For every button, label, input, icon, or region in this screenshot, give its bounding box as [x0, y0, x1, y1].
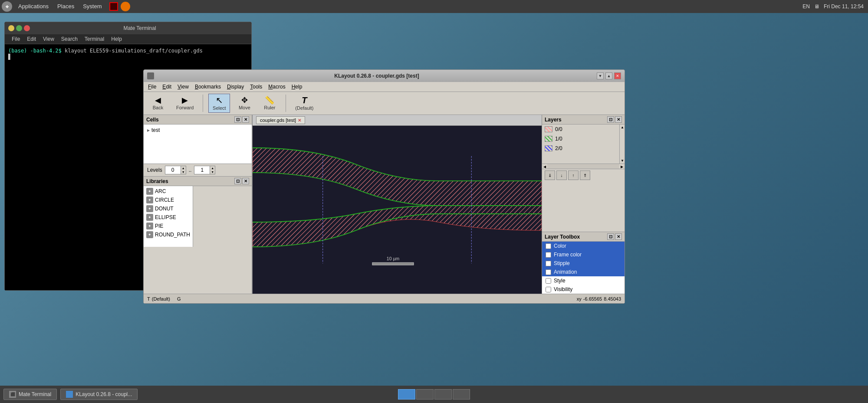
spinbox-up[interactable]: ▲: [181, 166, 186, 170]
cells-expand-btn[interactable]: ⊡: [234, 116, 241, 123]
layers-hscroll-right[interactable]: ▶: [619, 164, 625, 169]
cells-close-btn[interactable]: ✕: [242, 116, 249, 123]
klayout-bookmarks-menu[interactable]: Bookmarks: [192, 83, 224, 91]
klayout-close-btn[interactable]: ✕: [614, 72, 621, 79]
toolbox-animation-checkbox[interactable]: [546, 269, 551, 275]
lib-donut[interactable]: ✦ DONUT: [145, 204, 192, 213]
layer-arrow-up[interactable]: ↑: [568, 170, 579, 180]
terminal-search-menu[interactable]: Search: [58, 35, 81, 43]
lib-arc[interactable]: ✦ ARC: [145, 187, 192, 196]
lib-round-path[interactable]: ✦ ROUND_PATH: [145, 230, 192, 239]
ruler-button[interactable]: 📏 Ruler: [259, 94, 280, 112]
klayout-help-menu[interactable]: Help: [289, 83, 305, 91]
taskbar-klayout-btn[interactable]: KLayout 0.26.8 - coupl...: [60, 389, 138, 400]
layers-scrollbar[interactable]: ▲ ▼: [619, 125, 625, 164]
libraries-close-btn[interactable]: ✕: [242, 178, 249, 184]
layers-scroll-down[interactable]: ▼: [620, 158, 625, 164]
taskbar-menu: Applications Places System: [14, 0, 106, 13]
text-icon: T: [302, 96, 307, 105]
pager-2[interactable]: [416, 389, 434, 400]
klayout-display-menu[interactable]: Display: [224, 83, 247, 91]
toolbox-color[interactable]: Color: [542, 242, 625, 250]
taskbar-bottom: ⬛ Mate Terminal KLayout 0.26.8 - coupl..…: [0, 386, 868, 403]
toolbox-stipple-checkbox[interactable]: [546, 261, 551, 266]
layer-1-0[interactable]: 1/0: [542, 134, 619, 144]
layer-arrow-down-full[interactable]: ⇓: [545, 170, 555, 180]
layers-scroll-up[interactable]: ▲: [620, 125, 625, 130]
terminal-maximize-btn[interactable]: [16, 25, 22, 31]
status-mode-value: (Default): [152, 296, 170, 301]
back-button[interactable]: ◀ Back: [147, 94, 169, 112]
spinbox-up-2[interactable]: ▲: [210, 166, 215, 170]
pager-3[interactable]: [434, 389, 452, 400]
levels-to-input[interactable]: [194, 167, 210, 173]
toolbox-frame-color-checkbox[interactable]: [546, 252, 551, 258]
canvas-tab-item[interactable]: coupler.gds [test] ✕: [256, 116, 305, 124]
toolbox-visibility[interactable]: Visibility: [542, 285, 625, 294]
default-button[interactable]: T (Default): [291, 94, 317, 113]
select-button[interactable]: ↖ Select: [208, 94, 230, 113]
layers-expand-btn[interactable]: ⊡: [607, 116, 614, 123]
applications-menu[interactable]: Applications: [14, 0, 53, 13]
canvas-tab-close-btn[interactable]: ✕: [298, 118, 301, 123]
pager-4[interactable]: [453, 389, 470, 400]
toolbox-animation[interactable]: Animation: [542, 268, 625, 276]
layer-arrow-up-full[interactable]: ⇑: [580, 170, 590, 180]
scale-text: 10 µm: [387, 256, 400, 261]
lib-scrollbar[interactable]: [193, 186, 198, 247]
layer-toolbox-expand-btn[interactable]: ⊡: [607, 233, 614, 240]
pager-1[interactable]: [398, 389, 415, 400]
move-button[interactable]: ✥ Move: [233, 94, 255, 112]
klayout-macros-menu[interactable]: Macros: [266, 83, 288, 91]
toolbar-separator-2: [286, 95, 286, 112]
terminal-terminal-menu[interactable]: Terminal: [81, 35, 108, 43]
layer-0-0[interactable]: 0/0: [542, 125, 619, 134]
klayout-file-menu[interactable]: File: [145, 83, 159, 91]
klayout-tools-menu[interactable]: Tools: [247, 83, 265, 91]
klayout-minimize-btn[interactable]: ▼: [597, 72, 604, 79]
lib-arc-label: ARC: [155, 188, 166, 194]
lib-ellipse[interactable]: ✦ ELLIPSE: [145, 213, 192, 222]
lib-circle[interactable]: ✦ CIRCLE: [145, 196, 192, 204]
layers-hscroll-left[interactable]: ◀: [542, 164, 547, 169]
terminal-view-menu[interactable]: View: [39, 35, 58, 43]
spinbox-btns-2: ▲ ▼: [210, 166, 215, 174]
klayout-edit-menu[interactable]: Edit: [160, 83, 174, 91]
levels-to-spinbox[interactable]: ▲ ▼: [194, 166, 215, 174]
levels-from-spinbox[interactable]: ▲ ▼: [165, 166, 186, 174]
terminal-minimize-btn[interactable]: [8, 25, 14, 31]
klayout-right-panel: Layers ⊡ ✕ 0/0: [542, 115, 625, 294]
libraries-expand-btn[interactable]: ⊡: [234, 178, 241, 184]
terminal-edit-menu[interactable]: Edit: [23, 35, 39, 43]
taskbar-terminal-btn[interactable]: ⬛ Mate Terminal: [3, 389, 57, 400]
terminal-file-menu[interactable]: File: [8, 35, 23, 43]
terminal-help-menu[interactable]: Help: [108, 35, 125, 43]
spinbox-down[interactable]: ▼: [181, 170, 186, 174]
klayout-view-menu[interactable]: View: [175, 83, 191, 91]
toolbox-visibility-checkbox[interactable]: [546, 287, 551, 292]
toolbox-color-checkbox[interactable]: [546, 243, 551, 249]
layers-hscrollbar[interactable]: ◀ ▶: [542, 164, 625, 169]
toolbox-style[interactable]: Style: [542, 276, 625, 285]
toolbox-style-checkbox[interactable]: [546, 278, 551, 284]
toolbox-frame-color[interactable]: Frame color: [542, 250, 625, 259]
system-menu[interactable]: System: [79, 0, 106, 13]
layers-close-btn[interactable]: ✕: [615, 116, 622, 123]
klayout-maximize-btn[interactable]: ▲: [605, 72, 612, 79]
toolbox-stipple[interactable]: Stipple: [542, 259, 625, 268]
layer-toolbox-close-btn[interactable]: ✕: [615, 233, 622, 240]
layer-arrow-down[interactable]: ↓: [556, 170, 567, 180]
canvas-view[interactable]: 10 µm: [253, 126, 542, 294]
places-menu[interactable]: Places: [53, 0, 79, 13]
layers-panel-btns: ⊡ ✕: [607, 116, 622, 123]
layer-toolbox: Layer Toolbox ⊡ ✕ Color Fra: [542, 232, 625, 294]
terminal-taskbar-icon[interactable]: [109, 2, 118, 11]
firefox-icon[interactable]: [121, 2, 130, 11]
forward-button[interactable]: ▶ Forward: [172, 94, 197, 112]
layer-2-0[interactable]: 2/0: [542, 144, 619, 153]
cell-test[interactable]: test: [145, 126, 250, 134]
terminal-close-btn[interactable]: [24, 25, 30, 31]
lib-pie[interactable]: ✦ PIE: [145, 222, 192, 230]
levels-from-input[interactable]: [165, 167, 181, 173]
spinbox-down-2[interactable]: ▼: [210, 170, 215, 174]
